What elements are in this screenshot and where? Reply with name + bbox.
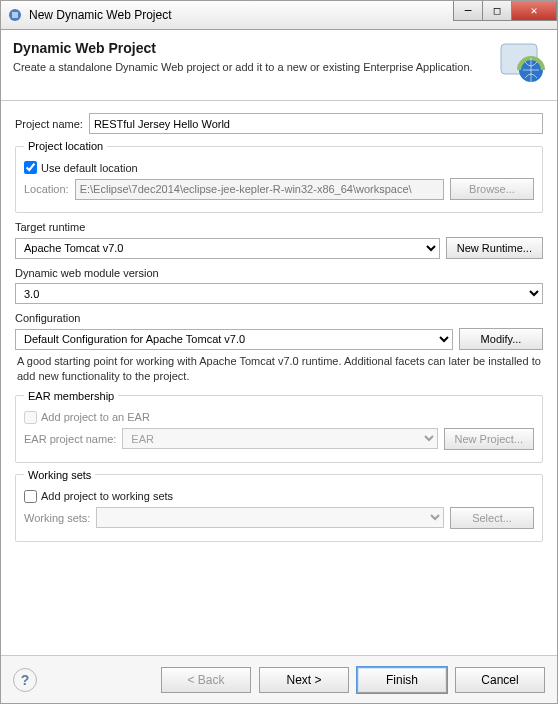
location-label: Location: bbox=[24, 183, 69, 195]
new-runtime-button[interactable]: New Runtime... bbox=[446, 237, 543, 259]
project-name-label: Project name: bbox=[15, 118, 83, 130]
target-runtime-select[interactable]: Apache Tomcat v7.0 bbox=[15, 238, 440, 259]
add-to-ear-label[interactable]: Add project to an EAR bbox=[41, 411, 150, 423]
svg-rect-1 bbox=[12, 12, 18, 18]
use-default-location-checkbox[interactable] bbox=[24, 161, 37, 174]
module-version-select[interactable]: 3.0 bbox=[15, 283, 543, 304]
globe-icon bbox=[497, 40, 545, 88]
project-location-group: Project location Use default location Lo… bbox=[15, 140, 543, 213]
app-icon bbox=[7, 7, 23, 23]
ear-membership-group: EAR membership Add project to an EAR EAR… bbox=[15, 390, 543, 463]
use-default-location-label[interactable]: Use default location bbox=[41, 162, 138, 174]
module-version-label: Dynamic web module version bbox=[15, 267, 543, 279]
project-name-input[interactable] bbox=[89, 113, 543, 134]
working-sets-group: Working sets Add project to working sets… bbox=[15, 469, 543, 542]
finish-button[interactable]: Finish bbox=[357, 667, 447, 693]
add-to-ear-checkbox[interactable] bbox=[24, 411, 37, 424]
cancel-button[interactable]: Cancel bbox=[455, 667, 545, 693]
banner-subtext: Create a standalone Dynamic Web project … bbox=[13, 60, 489, 75]
new-project-button: New Project... bbox=[444, 428, 534, 450]
maximize-button[interactable] bbox=[482, 1, 512, 21]
wizard-footer: ? < Back Next > Finish Cancel bbox=[1, 655, 557, 703]
configuration-label: Configuration bbox=[15, 312, 543, 324]
next-button[interactable]: Next > bbox=[259, 667, 349, 693]
ear-project-name-select: EAR bbox=[122, 428, 437, 449]
working-sets-legend: Working sets bbox=[24, 469, 95, 481]
target-runtime-label: Target runtime bbox=[15, 221, 543, 233]
configuration-select[interactable]: Default Configuration for Apache Tomcat … bbox=[15, 329, 453, 350]
project-location-legend: Project location bbox=[24, 140, 107, 152]
back-button: < Back bbox=[161, 667, 251, 693]
working-sets-select bbox=[96, 507, 444, 528]
close-button[interactable] bbox=[511, 1, 557, 21]
window-buttons bbox=[454, 1, 557, 29]
location-input bbox=[75, 179, 444, 200]
configuration-help-text: A good starting point for working with A… bbox=[17, 354, 541, 384]
window-titlebar: New Dynamic Web Project bbox=[0, 0, 558, 30]
minimize-button[interactable] bbox=[453, 1, 483, 21]
wizard-banner: Dynamic Web Project Create a standalone … bbox=[1, 30, 557, 101]
ear-membership-legend: EAR membership bbox=[24, 390, 118, 402]
ear-project-name-label: EAR project name: bbox=[24, 433, 116, 445]
select-button: Select... bbox=[450, 507, 534, 529]
working-sets-label: Working sets: bbox=[24, 512, 90, 524]
modify-button[interactable]: Modify... bbox=[459, 328, 543, 350]
add-to-working-sets-checkbox[interactable] bbox=[24, 490, 37, 503]
add-to-working-sets-label[interactable]: Add project to working sets bbox=[41, 490, 173, 502]
help-icon[interactable]: ? bbox=[13, 668, 37, 692]
banner-heading: Dynamic Web Project bbox=[13, 40, 489, 56]
browse-button: Browse... bbox=[450, 178, 534, 200]
window-title: New Dynamic Web Project bbox=[29, 8, 454, 22]
